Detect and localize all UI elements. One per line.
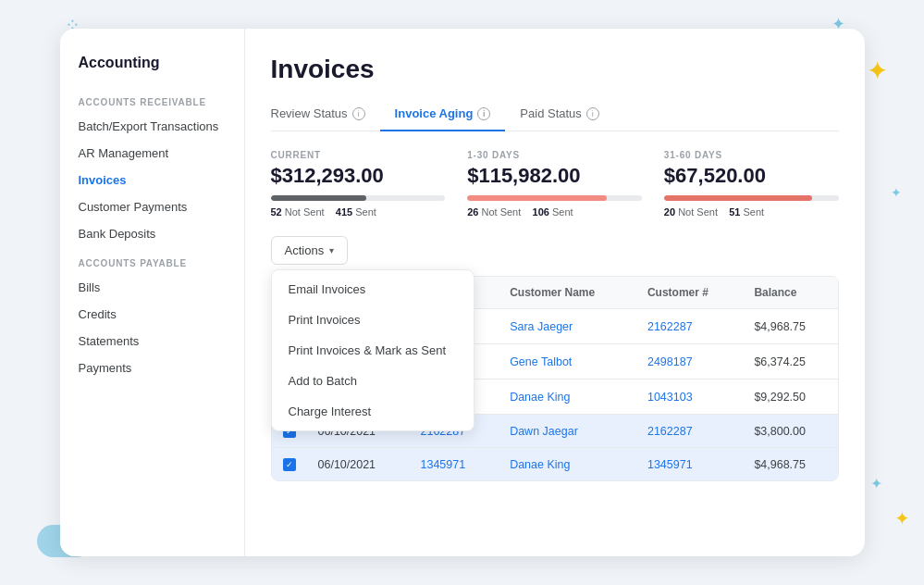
row-invoice-5[interactable]: 1345971 [410, 448, 499, 481]
dropdown-email-invoices[interactable]: Email Invoices [272, 274, 474, 305]
metric-current: CURRENT $312,293.00 52 Not Sent 415 Sent [271, 150, 446, 218]
metric-current-label: CURRENT [271, 150, 446, 160]
actions-button-label: Actions [285, 243, 325, 257]
invoice-aging-info-icon[interactable]: i [477, 107, 490, 120]
metric-current-value: $312,293.00 [271, 164, 446, 188]
sidebar-item-customer-payments[interactable]: Customer Payments [60, 193, 244, 220]
metric-1-30-not-sent-count: 26 [467, 206, 478, 218]
row-customer-num-4[interactable]: 2162287 [636, 415, 743, 448]
row-customer-name-1[interactable]: Sara Jaeger [499, 309, 636, 344]
metric-1-30-subtext: 26 Not Sent 106 Sent [467, 206, 642, 218]
row-balance-3: $9,292.50 [743, 380, 837, 415]
row-customer-name-4[interactable]: Dawn Jaegar [499, 415, 636, 448]
metric-1-30-value: $115,982.00 [467, 164, 642, 188]
actions-area: Actions ▾ Email Invoices Print Invoices … [271, 236, 349, 265]
row-checkbox-checked-5[interactable]: ✓ [283, 458, 296, 471]
sidebar-item-ar-management[interactable]: AR Management [60, 140, 244, 167]
sidebar-item-statements[interactable]: Statements [60, 328, 244, 355]
row-customer-num-2[interactable]: 2498187 [636, 344, 743, 380]
sidebar-item-bills[interactable]: Bills [60, 274, 244, 301]
metric-31-60-value: $67,520.00 [664, 164, 839, 188]
metrics-row: CURRENT $312,293.00 52 Not Sent 415 Sent… [271, 150, 839, 218]
sidebar-section-ap: ACCOUNTS PAYABLE [60, 247, 244, 274]
row-balance-4: $3,800.00 [743, 415, 837, 448]
sidebar-section-ar: ACCOUNTS RECEIVABLE [60, 86, 244, 113]
metric-1-30-sent-count: 106 [533, 206, 549, 218]
sidebar-item-batch-export[interactable]: Batch/Export Transactions [60, 113, 244, 140]
row-customer-name-2[interactable]: Gene Talbot [499, 344, 636, 380]
tab-invoice-aging[interactable]: Invoice Aging i [380, 99, 506, 131]
metric-31-60-label: 31-60 DAYS [664, 150, 839, 160]
row-balance-2: $6,374.25 [743, 344, 837, 380]
page-title: Invoices [271, 55, 839, 84]
sidebar-title: Accounting [60, 55, 244, 86]
table-section: Actions ▾ Email Invoices Print Invoices … [271, 236, 839, 481]
metric-31-60-bar-fill [664, 195, 812, 201]
review-status-info-icon[interactable]: i [352, 107, 365, 120]
row-customer-num-1[interactable]: 2162287 [636, 309, 743, 344]
sparkle-decoration-3: ✦ [891, 185, 906, 200]
metric-current-sent-count: 415 [336, 206, 352, 218]
sparkle-decoration-5: ✦ [894, 507, 910, 529]
row-customer-name-5[interactable]: Danae King [499, 448, 636, 481]
metric-1-30-bar-bg [467, 195, 642, 201]
metric-31-60-sent-count: 51 [729, 206, 740, 218]
metric-31-60-not-sent-count: 20 [664, 206, 675, 218]
metric-31-60-subtext: 20 Not Sent 51 Sent [664, 206, 839, 218]
dropdown-add-to-batch[interactable]: Add to Batch [272, 366, 474, 396]
tab-paid-status[interactable]: Paid Status i [505, 99, 614, 131]
main-card: Accounting ACCOUNTS RECEIVABLE Batch/Exp… [60, 29, 865, 556]
metric-current-bar-fill [271, 195, 367, 201]
metric-current-bar-bg [271, 195, 446, 201]
metric-1-30-label: 1-30 DAYS [467, 150, 642, 160]
main-content: Invoices Review Status i Invoice Aging i… [245, 29, 865, 556]
sidebar: Accounting ACCOUNTS RECEIVABLE Batch/Exp… [60, 29, 245, 556]
dropdown-charge-interest[interactable]: Charge Interest [272, 396, 474, 427]
row-balance-5: $4,968.75 [743, 448, 837, 481]
actions-dropdown-menu: Email Invoices Print Invoices Print Invo… [271, 269, 474, 431]
row-customer-name-3[interactable]: Danae King [499, 380, 636, 415]
dropdown-print-mark-sent[interactable]: Print Invoices & Mark as Sent [272, 335, 474, 366]
metric-31-60: 31-60 DAYS $67,520.00 20 Not Sent 51 Sen… [664, 150, 839, 218]
row-customer-num-5[interactable]: 1345971 [636, 448, 743, 481]
col-customer-name: Customer Name [499, 277, 636, 309]
col-customer-num: Customer # [636, 277, 743, 309]
actions-button[interactable]: Actions ▾ [271, 236, 349, 265]
paid-status-info-icon[interactable]: i [586, 107, 599, 120]
actions-dropdown-arrow: ▾ [329, 245, 334, 255]
row-check-5[interactable]: ✓ [272, 448, 307, 481]
row-customer-num-3[interactable]: 1043103 [636, 380, 743, 415]
metric-31-60-bar-bg [664, 195, 839, 201]
tab-review-status[interactable]: Review Status i [271, 99, 380, 131]
row-date-5: 06/10/2021 [307, 448, 410, 481]
sidebar-item-invoices[interactable]: Invoices [60, 167, 244, 193]
sparkle-decoration-2: ✦ [867, 56, 896, 85]
metric-current-subtext: 52 Not Sent 415 Sent [271, 206, 446, 218]
metric-current-not-sent-count: 52 [271, 206, 282, 218]
sparkle-decoration-4: ✦ [870, 475, 882, 492]
col-balance: Balance [743, 277, 837, 309]
sidebar-item-bank-deposits[interactable]: Bank Deposits [60, 220, 244, 247]
metric-1-30: 1-30 DAYS $115,982.00 26 Not Sent 106 Se… [467, 150, 642, 218]
dropdown-print-invoices[interactable]: Print Invoices [272, 305, 474, 335]
row-balance-1: $4,968.75 [743, 309, 837, 344]
table-row: ✓ 06/10/2021 1345971 Danae King 1345971 … [272, 448, 838, 481]
tabs-bar: Review Status i Invoice Aging i Paid Sta… [271, 99, 839, 131]
metric-1-30-bar-fill [467, 195, 607, 201]
sidebar-item-payments[interactable]: Payments [60, 355, 244, 381]
sidebar-item-credits[interactable]: Credits [60, 301, 244, 328]
